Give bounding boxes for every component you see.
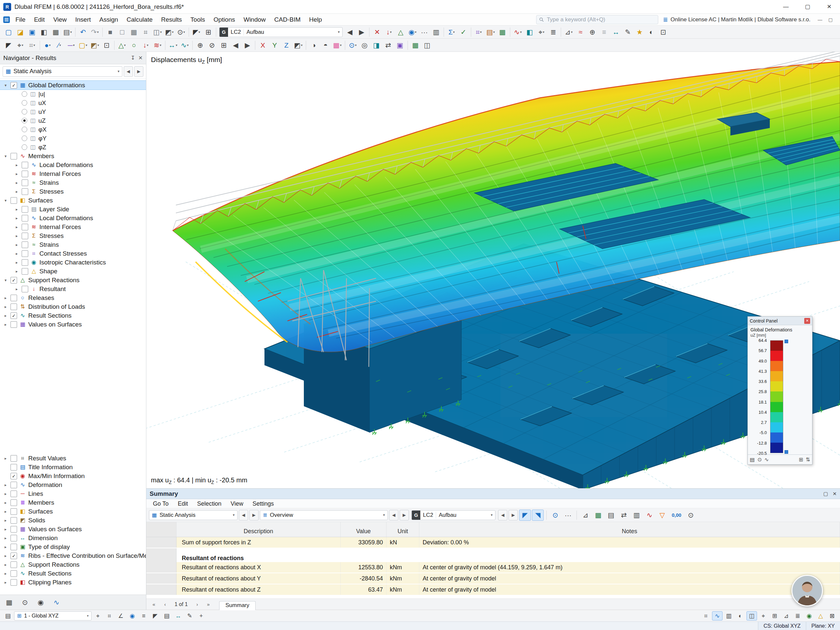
- cell-unit[interactable]: kN: [387, 537, 419, 548]
- display-tree-item[interactable]: ▸⌗Result Values: [0, 454, 146, 463]
- new-node-button[interactable]: ●▾: [42, 40, 54, 51]
- osnap-toggle-button[interactable]: ◉: [127, 611, 137, 621]
- summary-menu-goto[interactable]: Go To: [148, 499, 173, 508]
- scale-color-cell[interactable]: [771, 371, 783, 381]
- radio-button[interactable]: [22, 144, 27, 150]
- expand-arrow-icon[interactable]: ▾: [3, 83, 8, 88]
- sum-print-button[interactable]: ▤: [605, 510, 617, 521]
- checkbox[interactable]: [11, 482, 17, 488]
- child-minimize-icon[interactable]: —: [815, 16, 825, 24]
- checkbox[interactable]: [22, 242, 28, 248]
- menu-window[interactable]: Window: [239, 14, 270, 25]
- summary-prev-analysis[interactable]: ◀: [239, 510, 248, 520]
- summary-close-icon[interactable]: ✕: [832, 491, 837, 497]
- checkbox[interactable]: [22, 233, 28, 239]
- show-values-button[interactable]: ···: [418, 27, 430, 38]
- expand-arrow-icon[interactable]: ▸: [14, 225, 20, 229]
- cell-notes[interactable]: Deviation: 0.00 %: [419, 537, 840, 548]
- panel-tab-colors-icon[interactable]: ▤: [750, 456, 755, 463]
- summary-next-analysis[interactable]: ▶: [249, 510, 259, 520]
- sum-filter-button[interactable]: ▽: [656, 510, 668, 521]
- cell-value[interactable]: 33059.80: [341, 537, 387, 548]
- summary-next-view[interactable]: ▶: [399, 510, 409, 520]
- display-tree-item[interactable]: ▸∿Deformation: [0, 480, 146, 489]
- guidelines-toggle-button[interactable]: ≡: [139, 611, 149, 621]
- menu-file[interactable]: File: [11, 14, 30, 25]
- header-notes[interactable]: Notes: [419, 522, 840, 537]
- expand-arrow-icon[interactable]: ▸: [3, 456, 8, 461]
- display-tree-item[interactable]: ▸▦Values on Surfaces: [0, 525, 146, 534]
- checkbox[interactable]: [22, 259, 28, 266]
- expand-arrow-icon[interactable]: ▸: [3, 296, 8, 300]
- results-tree-item[interactable]: ▾◧Surfaces: [0, 196, 146, 205]
- summary-menu-settings[interactable]: Settings: [248, 499, 279, 508]
- checkbox[interactable]: [22, 224, 28, 231]
- mesh-settings-button[interactable]: ⌗▾: [473, 27, 485, 38]
- radio-button[interactable]: [22, 91, 27, 97]
- display-tree-item[interactable]: ▸▣Type of display: [0, 542, 146, 551]
- cell-value[interactable]: 63.47: [341, 584, 387, 595]
- expand-arrow-icon[interactable]: ▸: [3, 518, 8, 523]
- header-description[interactable]: Description: [177, 522, 341, 537]
- notes-button[interactable]: ✎: [622, 27, 634, 38]
- radio-button[interactable]: [22, 136, 27, 141]
- color-scheme-button[interactable]: ▦▾: [332, 40, 343, 51]
- coordinate-system-combo[interactable]: ⊞ 1 - Global XYZ ▾: [14, 611, 92, 621]
- results-tree-item[interactable]: ◫uZ: [0, 116, 146, 125]
- checkbox[interactable]: [11, 491, 17, 497]
- display-tree-item[interactable]: ▸∿Result Sections: [0, 569, 146, 578]
- full-screen-button[interactable]: ⊡: [657, 27, 669, 38]
- sum-pointer-select-button[interactable]: ◤: [519, 510, 531, 521]
- panel-tab-filter-icon[interactable]: ∿: [764, 456, 769, 463]
- view-numbering-button[interactable]: ⌗: [140, 27, 152, 38]
- radio-button[interactable]: [22, 109, 27, 115]
- checkbox[interactable]: ✓: [11, 82, 17, 88]
- menu-results[interactable]: Results: [157, 14, 186, 25]
- object-snap-button[interactable]: ⊕: [586, 27, 598, 38]
- expand-arrow-icon[interactable]: ▾: [3, 278, 8, 283]
- table-row[interactable]: Resultant of reactions about Z63.47kNmAt…: [146, 584, 840, 595]
- scale-color-cell[interactable]: [771, 351, 783, 361]
- result-sections-button[interactable]: ∿▾: [179, 40, 191, 51]
- checkbox[interactable]: [22, 286, 28, 292]
- license-info[interactable]: ≣ Online License AC | Martin Motlík | Dl…: [658, 16, 815, 23]
- summary-next-load-case[interactable]: ▶: [508, 510, 518, 520]
- select-lock-button[interactable]: ◤: [150, 611, 161, 621]
- coordinate-system-status[interactable]: CS: Global XYZ: [758, 622, 806, 630]
- select-mode-button[interactable]: ◤▾: [191, 27, 202, 38]
- guide-lines-button[interactable]: ≡: [598, 27, 610, 38]
- expand-arrow-icon[interactable]: ▸: [14, 260, 20, 265]
- cell-description[interactable]: Resultant of reactions about Z: [177, 584, 341, 595]
- summary-menu-edit[interactable]: Edit: [173, 499, 193, 508]
- render-sections-button[interactable]: ◫▾: [152, 27, 163, 38]
- color-scale[interactable]: 64.456.749.041.333.625.818.110.42.7-5.0-…: [750, 340, 810, 453]
- screenshot-button[interactable]: ◫: [421, 40, 433, 51]
- edit-mode-button[interactable]: ◤: [3, 40, 14, 51]
- snap-toggle-button[interactable]: ⌖: [93, 611, 103, 621]
- checkbox[interactable]: [11, 455, 17, 462]
- menu-edit[interactable]: Edit: [30, 14, 49, 25]
- checkbox[interactable]: [11, 561, 17, 568]
- check-data-button[interactable]: ✓: [458, 27, 469, 38]
- status-ok-button[interactable]: ◉: [804, 611, 815, 621]
- checkbox[interactable]: [11, 464, 17, 471]
- status-mesh-button[interactable]: ⌗: [701, 611, 711, 621]
- checkbox[interactable]: [11, 499, 17, 506]
- checkbox[interactable]: [11, 517, 17, 524]
- expand-arrow-icon[interactable]: ▸: [3, 536, 8, 540]
- new-line-button[interactable]: ∕▾: [54, 40, 65, 51]
- coordinate-input-button[interactable]: +: [196, 611, 206, 621]
- display-tree-item[interactable]: ▸─Lines: [0, 489, 146, 498]
- results-tree-item[interactable]: ▸ΣStresses: [0, 187, 146, 196]
- cell-notes[interactable]: At center of gravity of model (44.159, 9…: [419, 562, 840, 573]
- expand-arrow-icon[interactable]: ▸: [3, 322, 8, 327]
- sum-transpose-button[interactable]: ⇄: [618, 510, 630, 521]
- show-loads-button[interactable]: ↓▾: [383, 27, 395, 38]
- summary-prev-load-case[interactable]: ◀: [498, 510, 507, 520]
- results-tree-item[interactable]: ▸◉Isotropic Characteristics: [0, 258, 146, 267]
- results-tree-item[interactable]: ▸ΣStresses: [0, 231, 146, 240]
- cell-description[interactable]: Resultant of reactions about Y: [177, 573, 341, 584]
- checkbox[interactable]: [22, 171, 28, 177]
- expand-arrow-icon[interactable]: ▸: [14, 251, 20, 256]
- menu-view[interactable]: View: [49, 14, 71, 25]
